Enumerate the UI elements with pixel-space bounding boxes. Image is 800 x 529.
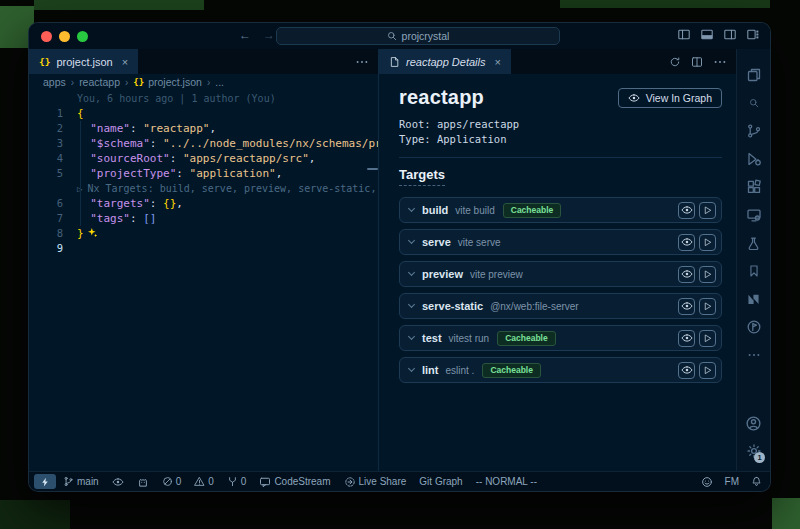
- activity-item-remote-explorer[interactable]: [737, 201, 770, 229]
- activity-item-testing-flask[interactable]: [737, 229, 770, 257]
- status-label: CodeStream: [274, 476, 330, 487]
- target-name: preview: [422, 268, 463, 280]
- tab-close-icon[interactable]: ×: [122, 56, 128, 68]
- errors-count[interactable]: 0: [162, 476, 182, 487]
- comment-icon: [259, 476, 271, 488]
- eye-icon: [681, 300, 693, 312]
- git-branch-item[interactable]: main: [63, 476, 99, 487]
- toggle-primary-sidebar-icon[interactable]: [677, 28, 691, 41]
- view-in-graph-button[interactable]: View In Graph: [618, 88, 722, 108]
- status-label: Live Share: [359, 476, 407, 487]
- activity-item-settings-gear[interactable]: 1: [737, 437, 770, 465]
- live-share-item[interactable]: Live Share: [344, 476, 407, 488]
- refresh-icon[interactable]: [669, 56, 681, 68]
- json-file-icon: {}: [39, 56, 50, 67]
- breadcrumb-item[interactable]: apps: [43, 76, 66, 88]
- activity-item-explorer-files[interactable]: [737, 61, 770, 89]
- editor-group-left: {} project.json × apps›reactapp›{}projec…: [29, 49, 379, 471]
- breadcrumb-item[interactable]: ...: [215, 76, 224, 88]
- minimize-window-button[interactable]: [59, 31, 70, 42]
- tab-project-json[interactable]: {} project.json ×: [29, 49, 138, 74]
- code-line: 2 "name": "reactapp",: [29, 121, 378, 136]
- feedback-smiley-icon[interactable]: [701, 476, 713, 488]
- run-target-button[interactable]: [699, 234, 716, 251]
- target-card-serve[interactable]: servevite serve: [399, 229, 722, 255]
- close-window-button[interactable]: [41, 31, 52, 42]
- notifications-bell-icon[interactable]: [751, 476, 762, 487]
- git-graph-item[interactable]: Git Graph: [419, 476, 462, 487]
- run-target-button[interactable]: [699, 298, 716, 315]
- activity-item-search[interactable]: [737, 89, 770, 117]
- target-card-serve-static[interactable]: serve-static@nx/web:file-server: [399, 293, 722, 319]
- chevron-down-icon[interactable]: [408, 237, 415, 244]
- target-card-test[interactable]: testvitest runCacheable: [399, 325, 722, 351]
- remote-indicator[interactable]: [34, 474, 56, 489]
- activity-item-nx-console[interactable]: [737, 285, 770, 313]
- run-target-button[interactable]: [699, 266, 716, 283]
- breadcrumb-item[interactable]: {}project.json: [133, 76, 202, 88]
- activity-item-pinned-view[interactable]: [737, 313, 770, 341]
- target-command: vite preview: [470, 269, 523, 280]
- activity-item-accounts[interactable]: [737, 409, 770, 437]
- nav-forward-icon[interactable]: →: [263, 28, 275, 42]
- warnings-count[interactable]: 0: [194, 476, 214, 487]
- fm-indicator[interactable]: FM: [725, 476, 739, 487]
- zoom-window-button[interactable]: [77, 31, 88, 42]
- view-target-button[interactable]: [678, 266, 695, 283]
- breadcrumb-item[interactable]: reactapp: [79, 76, 120, 88]
- toggle-panel-icon[interactable]: [700, 28, 714, 41]
- vim-mode-indicator[interactable]: -- NORMAL --: [476, 476, 537, 487]
- customize-layout-icon[interactable]: [746, 28, 760, 41]
- code-text: "tags": []: [63, 211, 157, 226]
- run-target-button[interactable]: [699, 202, 716, 219]
- chevron-down-icon[interactable]: [408, 301, 415, 308]
- split-editor-icon[interactable]: [691, 56, 703, 68]
- bell-icon: [751, 476, 762, 487]
- code-editor[interactable]: You, 6 hours ago | 1 author (You) 1{2 "n…: [29, 90, 378, 471]
- target-command: vite build: [455, 205, 494, 216]
- chevron-down-icon[interactable]: [408, 269, 415, 276]
- target-card-lint[interactable]: linteslint .Cacheable: [399, 357, 722, 383]
- sparkle-icon[interactable]: [84, 227, 98, 240]
- eye-icon: [681, 204, 693, 216]
- target-card-build[interactable]: buildvite buildCacheable: [399, 197, 722, 223]
- zap-icon: [40, 476, 50, 488]
- more-actions-icon[interactable]: [713, 55, 727, 69]
- activity-item-source-control[interactable]: [737, 117, 770, 145]
- run-target-button[interactable]: [699, 362, 716, 379]
- codestream-item[interactable]: CodeStream: [259, 476, 330, 488]
- notification-badge: 1: [754, 452, 765, 463]
- view-target-button[interactable]: [678, 362, 695, 379]
- project-root-line: Root: apps/reactapp: [399, 117, 722, 132]
- fork-count[interactable]: 0: [227, 476, 247, 487]
- cacheable-badge: Cacheable: [503, 203, 562, 218]
- chevron-down-icon[interactable]: [408, 365, 415, 372]
- view-target-button[interactable]: [678, 298, 695, 315]
- code-line: 7 "tags": []: [29, 211, 378, 226]
- breadcrumb-separator: ›: [207, 77, 210, 88]
- command-center-search[interactable]: projcrystal: [276, 27, 560, 45]
- github-octoface-icon[interactable]: [137, 476, 149, 488]
- view-target-button[interactable]: [678, 234, 695, 251]
- chevron-down-icon[interactable]: [408, 205, 415, 212]
- more-actions-icon[interactable]: [355, 55, 369, 69]
- run-target-button[interactable]: [699, 330, 716, 347]
- gitlens-blame-toggle-icon[interactable]: [112, 476, 124, 488]
- activity-item-more-views[interactable]: [737, 341, 770, 369]
- nav-back-icon[interactable]: ←: [239, 28, 251, 42]
- activity-item-extensions[interactable]: [737, 173, 770, 201]
- chevron-down-icon[interactable]: [408, 333, 415, 340]
- activity-item-run-debug[interactable]: [737, 145, 770, 173]
- desktop-background-patch: [560, 0, 770, 8]
- view-target-button[interactable]: [678, 202, 695, 219]
- code-line: 8}: [29, 226, 378, 241]
- view-target-button[interactable]: [678, 330, 695, 347]
- target-name: build: [422, 204, 448, 216]
- line-number: 4: [29, 151, 63, 166]
- tab-close-icon[interactable]: ×: [495, 56, 501, 68]
- scrollbar-handle[interactable]: [367, 168, 378, 170]
- toggle-secondary-sidebar-icon[interactable]: [723, 28, 737, 41]
- activity-item-bookmarks[interactable]: [737, 257, 770, 285]
- target-card-preview[interactable]: previewvite preview: [399, 261, 722, 287]
- tab-reactapp-details[interactable]: reactapp Details ×: [379, 49, 511, 74]
